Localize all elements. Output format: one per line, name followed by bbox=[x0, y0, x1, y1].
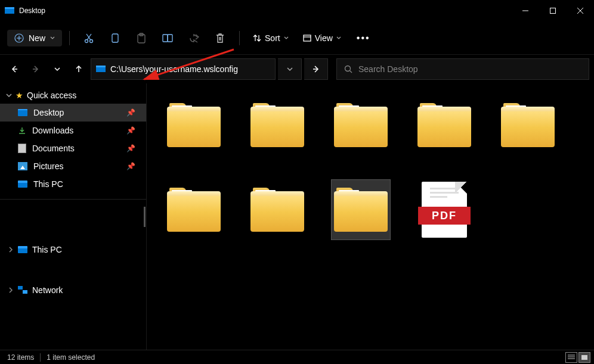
sidebar-item-label: Documents bbox=[32, 144, 75, 153]
sidebar-item-label: This PC bbox=[32, 245, 62, 254]
chevron-right-icon bbox=[8, 245, 13, 254]
forward-button[interactable] bbox=[26, 60, 45, 79]
window-controls bbox=[512, 0, 594, 21]
new-label: New bbox=[29, 33, 45, 43]
icons-grid: PDF bbox=[165, 95, 587, 239]
chevron-down-icon bbox=[284, 36, 289, 41]
rename-button[interactable] bbox=[156, 27, 180, 49]
sidebar-item-label: Desktop bbox=[33, 108, 64, 117]
star-icon: ★ bbox=[16, 91, 23, 100]
sidebar-item-thispc[interactable]: This PC bbox=[0, 241, 146, 258]
sidebar-item-thispc-quick[interactable]: This PC bbox=[0, 175, 146, 193]
details-view-button[interactable] bbox=[565, 352, 577, 363]
minimize-button[interactable] bbox=[512, 0, 539, 21]
sidebar-item-downloads[interactable]: Downloads 📌 bbox=[0, 122, 146, 139]
go-button[interactable] bbox=[304, 58, 328, 80]
svg-rect-3 bbox=[550, 8, 556, 14]
content-pane[interactable]: PDF bbox=[147, 83, 594, 350]
new-button[interactable]: New bbox=[7, 30, 62, 46]
svg-rect-17 bbox=[168, 35, 172, 42]
sidebar-resize-handle[interactable] bbox=[143, 83, 146, 350]
status-item-count: 12 items bbox=[7, 353, 34, 362]
toolbar: New Sort View ••• bbox=[0, 21, 594, 55]
sidebar-item-label: This PC bbox=[33, 179, 63, 189]
toolbar-separator bbox=[69, 31, 70, 45]
folder-item[interactable] bbox=[165, 180, 223, 239]
svg-rect-32 bbox=[581, 355, 587, 360]
sort-icon bbox=[253, 34, 261, 42]
address-history-button[interactable] bbox=[278, 58, 302, 80]
sidebar-item-desktop[interactable]: Desktop 📌 bbox=[0, 104, 146, 122]
download-icon bbox=[18, 126, 26, 135]
pictures-icon bbox=[18, 162, 27, 170]
document-icon bbox=[18, 144, 26, 153]
paste-button[interactable] bbox=[129, 27, 153, 49]
main-area: ★ Quick access Desktop 📌 Downloads 📌 Doc… bbox=[0, 83, 594, 350]
svg-rect-18 bbox=[304, 35, 311, 41]
quick-access-header[interactable]: ★ Quick access bbox=[0, 87, 146, 104]
title-left: Desktop bbox=[5, 6, 45, 15]
maximize-button[interactable] bbox=[539, 0, 567, 21]
svg-line-26 bbox=[350, 71, 352, 73]
cut-button[interactable] bbox=[77, 27, 101, 49]
pin-icon: 📌 bbox=[126, 126, 135, 135]
back-button[interactable] bbox=[5, 60, 24, 79]
thumbnails-view-button[interactable] bbox=[578, 352, 590, 363]
pin-icon: 📌 bbox=[126, 144, 135, 153]
sort-button[interactable]: Sort bbox=[247, 30, 295, 46]
sidebar: ★ Quick access Desktop 📌 Downloads 📌 Doc… bbox=[0, 83, 147, 350]
folder-item[interactable] bbox=[248, 95, 307, 155]
sidebar-separator bbox=[0, 199, 146, 200]
status-selected: 1 item selected bbox=[47, 353, 95, 362]
sidebar-item-documents[interactable]: Documents 📌 bbox=[0, 139, 146, 157]
location-icon bbox=[96, 64, 106, 74]
sidebar-item-label: Pictures bbox=[33, 161, 64, 171]
desktop-icon bbox=[18, 109, 27, 116]
pc-icon bbox=[18, 246, 27, 253]
svg-rect-1 bbox=[5, 7, 14, 9]
svg-rect-16 bbox=[163, 35, 168, 42]
folder-item[interactable] bbox=[332, 95, 390, 155]
svg-point-10 bbox=[90, 39, 93, 42]
pin-icon: 📌 bbox=[126, 108, 135, 117]
sidebar-item-pictures[interactable]: Pictures 📌 bbox=[0, 157, 146, 175]
chevron-down-icon bbox=[50, 36, 55, 41]
view-button[interactable]: View bbox=[297, 30, 347, 46]
folder-item[interactable] bbox=[415, 95, 474, 155]
folder-item[interactable] bbox=[499, 95, 557, 155]
svg-rect-28 bbox=[23, 290, 27, 294]
folder-item[interactable] bbox=[165, 95, 223, 155]
pdf-label: PDF bbox=[418, 207, 471, 225]
svg-line-12 bbox=[86, 34, 91, 40]
search-box[interactable]: Search Desktop bbox=[336, 58, 589, 80]
view-label: View bbox=[315, 33, 333, 43]
address-bar[interactable]: C:\Users\your-username.wslconfig bbox=[91, 58, 276, 80]
toolbar-separator bbox=[239, 31, 240, 45]
search-placeholder: Search Desktop bbox=[358, 64, 418, 74]
copy-button[interactable] bbox=[103, 27, 127, 49]
chevron-down-icon bbox=[336, 36, 341, 41]
address-path: C:\Users\your-username.wslconfig bbox=[110, 64, 270, 74]
chevron-down-icon bbox=[6, 92, 12, 98]
sidebar-item-label: Network bbox=[32, 285, 63, 295]
svg-rect-23 bbox=[96, 66, 106, 67]
svg-rect-27 bbox=[18, 286, 23, 290]
sidebar-item-network[interactable]: Network bbox=[0, 282, 146, 298]
delete-button[interactable] bbox=[208, 27, 232, 49]
sort-label: Sort bbox=[265, 33, 280, 43]
recent-button[interactable] bbox=[48, 60, 67, 79]
pdf-item[interactable]: PDF bbox=[415, 180, 474, 239]
app-icon bbox=[5, 6, 14, 15]
chevron-right-icon bbox=[8, 285, 13, 295]
close-button[interactable] bbox=[567, 0, 594, 21]
svg-point-25 bbox=[345, 66, 351, 71]
navigation-row: C:\Users\your-username.wslconfig Search … bbox=[0, 55, 594, 83]
up-button[interactable] bbox=[69, 60, 88, 79]
sidebar-item-label: Downloads bbox=[32, 126, 73, 135]
svg-rect-13 bbox=[112, 34, 118, 42]
folder-item[interactable] bbox=[248, 180, 307, 239]
quick-access-label: Quick access bbox=[27, 91, 76, 100]
share-button[interactable] bbox=[182, 27, 206, 49]
more-button[interactable]: ••• bbox=[349, 29, 378, 47]
folder-item-selected[interactable] bbox=[332, 180, 390, 239]
